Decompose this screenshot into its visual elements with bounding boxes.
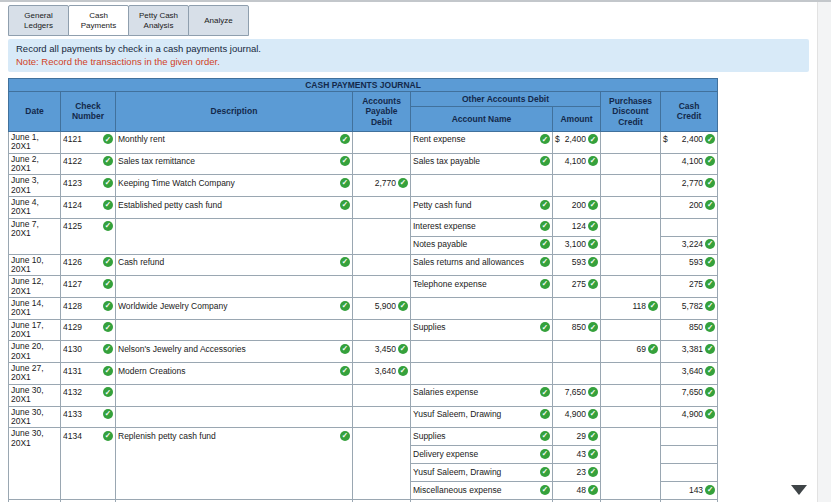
amount-cell[interactable]: 23✓ [553,464,601,482]
ap-debit-cell[interactable] [353,384,411,406]
amount-cell[interactable]: 850✓ [553,319,601,341]
amount-cell[interactable] [553,175,601,197]
discount-credit-cell[interactable] [601,153,661,175]
cash-credit-cell[interactable]: 2,770✓ [661,175,718,197]
check-number-cell[interactable]: 4121✓ [61,131,116,153]
description-cell[interactable] [116,319,353,341]
discount-credit-cell[interactable] [601,406,661,428]
description-cell[interactable]: Sales tax remittance✓ [116,153,353,175]
cash-credit-cell[interactable]: 143✓ [661,482,718,500]
amount-cell[interactable]: $2,400✓ [553,131,601,153]
amount-cell[interactable]: 3,100✓ [553,236,601,254]
discount-credit-cell[interactable] [601,197,661,219]
amount-cell[interactable]: 48✓ [553,482,601,500]
description-cell[interactable] [116,276,353,298]
amount-cell[interactable]: 124✓ [553,218,601,236]
ap-debit-cell[interactable]: 3,450✓ [353,341,411,363]
discount-credit-cell[interactable] [601,131,661,153]
ap-debit-cell[interactable] [353,218,411,254]
description-cell[interactable]: Cash refund✓ [116,254,353,276]
amount-cell[interactable] [553,298,601,320]
ap-debit-cell[interactable] [353,428,411,500]
description-cell[interactable]: Keeping Time Watch Company✓ [116,175,353,197]
cash-credit-cell[interactable]: 3,640✓ [661,363,718,385]
ap-debit-cell[interactable] [353,276,411,298]
cash-credit-cell[interactable]: $2,400✓ [661,131,718,153]
cash-credit-cell[interactable] [661,446,718,464]
cash-credit-cell[interactable] [661,218,718,236]
description-cell[interactable]: Nelson's Jewelry and Accessories✓ [116,341,353,363]
account-name-cell[interactable] [411,298,553,320]
discount-credit-cell[interactable] [601,254,661,276]
amount-cell[interactable]: 29✓ [553,428,601,446]
account-name-cell[interactable]: Rent expense✓ [411,131,553,153]
discount-credit-cell[interactable] [601,175,661,197]
tab-cash-payments[interactable]: Cash Payments [68,5,129,36]
ap-debit-cell[interactable] [353,406,411,428]
cash-credit-cell[interactable]: 3,381✓ [661,341,718,363]
discount-credit-cell[interactable]: 118✓ [601,298,661,320]
check-number-cell[interactable]: 4127✓ [61,276,116,298]
description-cell[interactable] [116,406,353,428]
cash-credit-cell[interactable]: 200✓ [661,197,718,219]
description-cell[interactable]: Worldwide Jewelry Company✓ [116,298,353,320]
account-name-cell[interactable]: Salaries expense✓ [411,384,553,406]
amount-cell[interactable]: 4,100✓ [553,153,601,175]
account-name-cell[interactable]: Supplies✓ [411,428,553,446]
description-cell[interactable] [116,218,353,254]
discount-credit-cell[interactable] [601,218,661,254]
account-name-cell[interactable]: Supplies✓ [411,319,553,341]
cash-credit-cell[interactable]: 4,100✓ [661,153,718,175]
discount-credit-cell[interactable] [601,384,661,406]
account-name-cell[interactable]: Sales tax payable✓ [411,153,553,175]
ap-debit-cell[interactable] [353,254,411,276]
account-name-cell[interactable]: Sales returns and allowances✓ [411,254,553,276]
amount-cell[interactable]: 593✓ [553,254,601,276]
description-cell[interactable]: Established petty cash fund✓ [116,197,353,219]
description-cell[interactable]: Replenish petty cash fund✓ [116,428,353,500]
cash-credit-cell[interactable]: 4,900✓ [661,406,718,428]
ap-debit-cell[interactable] [353,197,411,219]
tab-analyze[interactable]: Analyze [188,5,249,36]
description-cell[interactable]: Modern Creations✓ [116,363,353,385]
check-number-cell[interactable]: 4131✓ [61,363,116,385]
check-number-cell[interactable]: 4134✓ [61,428,116,500]
cash-credit-cell[interactable]: 593✓ [661,254,718,276]
scrollbar-track[interactable] [817,2,831,502]
ap-debit-cell[interactable]: 5,900✓ [353,298,411,320]
check-number-cell[interactable]: 4129✓ [61,319,116,341]
amount-cell[interactable]: 43✓ [553,446,601,464]
discount-credit-cell[interactable] [601,363,661,385]
account-name-cell[interactable]: Petty cash fund✓ [411,197,553,219]
check-number-cell[interactable]: 4122✓ [61,153,116,175]
cash-credit-cell[interactable]: 3,224✓ [661,236,718,254]
account-name-cell[interactable]: Miscellaneous expense✓ [411,482,553,500]
check-number-cell[interactable]: 4133✓ [61,406,116,428]
account-name-cell[interactable]: Interest expense✓ [411,218,553,236]
check-number-cell[interactable]: 4130✓ [61,341,116,363]
cash-credit-cell[interactable]: 5,782✓ [661,298,718,320]
amount-cell[interactable] [553,363,601,385]
amount-cell[interactable]: 4,900✓ [553,406,601,428]
account-name-cell[interactable]: Yusuf Saleem, Drawing✓ [411,464,553,482]
check-number-cell[interactable]: 4128✓ [61,298,116,320]
account-name-cell[interactable] [411,363,553,385]
tab-petty-cash-analysis[interactable]: Petty Cash Analysis [128,5,189,36]
account-name-cell[interactable]: Notes payable✓ [411,236,553,254]
ap-debit-cell[interactable]: 2,770✓ [353,175,411,197]
ap-debit-cell[interactable] [353,153,411,175]
account-name-cell[interactable]: Delivery expense✓ [411,446,553,464]
account-name-cell[interactable]: Telephone expense✓ [411,276,553,298]
amount-cell[interactable]: 200✓ [553,197,601,219]
account-name-cell[interactable]: Yusuf Saleem, Drawing✓ [411,406,553,428]
check-number-cell[interactable]: 4126✓ [61,254,116,276]
amount-cell[interactable]: 7,650✓ [553,384,601,406]
cash-credit-cell[interactable]: 850✓ [661,319,718,341]
ap-debit-cell[interactable] [353,131,411,153]
check-number-cell[interactable]: 4125✓ [61,218,116,254]
discount-credit-cell[interactable] [601,319,661,341]
tab-general-ledgers[interactable]: General Ledgers [8,5,69,36]
amount-cell[interactable] [553,341,601,363]
cash-credit-cell[interactable]: 7,650✓ [661,384,718,406]
description-cell[interactable] [116,384,353,406]
